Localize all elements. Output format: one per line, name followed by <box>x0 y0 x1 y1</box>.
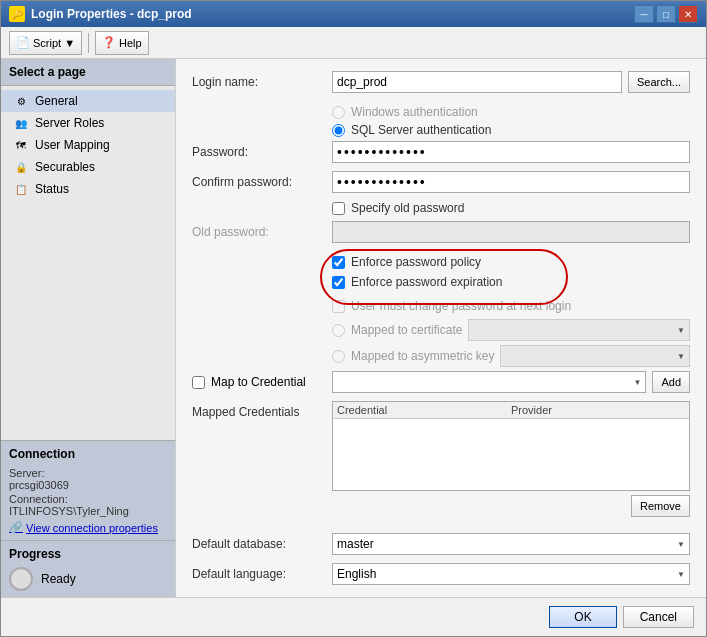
sidebar-item-label-securables: Securables <box>35 160 95 174</box>
sidebar-item-label-status: Status <box>35 182 69 196</box>
map-to-credential-checkbox[interactable] <box>192 376 205 389</box>
general-icon: ⚙ <box>13 93 29 109</box>
user-mapping-icon: 🗺 <box>13 137 29 153</box>
search-button[interactable]: Search... <box>628 71 690 93</box>
window-title: Login Properties - dcp_prod <box>31 7 192 21</box>
view-connection-link[interactable]: 🔗 View connection properties <box>9 521 167 534</box>
minimize-button[interactable]: ─ <box>634 5 654 23</box>
enforce-policy-label: Enforce password policy <box>351 255 481 269</box>
login-name-label: Login name: <box>192 75 332 89</box>
password-row: Password: <box>192 141 690 163</box>
status-icon: 📋 <box>13 181 29 197</box>
connection-label: Connection: <box>9 493 68 505</box>
mapped-cert-radio[interactable] <box>332 324 345 337</box>
old-password-input[interactable] <box>332 221 690 243</box>
specify-old-password-checkbox[interactable] <box>332 202 345 215</box>
toolbar: 📄 Script ▼ ❓ Help <box>1 27 706 59</box>
progress-header: Progress <box>9 547 167 561</box>
sql-auth-row: SQL Server authentication <box>192 123 690 137</box>
default-db-dropdown[interactable]: master ▼ <box>332 533 690 555</box>
user-must-change-label: User must change password at next login <box>351 299 571 313</box>
sidebar-item-user-mapping[interactable]: 🗺 User Mapping <box>1 134 175 156</box>
sidebar-item-securables[interactable]: 🔒 Securables <box>1 156 175 178</box>
help-icon: ❓ <box>102 36 116 49</box>
windows-auth-row: Windows authentication <box>192 105 690 119</box>
confirm-password-input[interactable] <box>332 171 690 193</box>
default-lang-dropdown[interactable]: English ▼ <box>332 563 690 585</box>
server-value: prcsgi03069 <box>9 479 69 491</box>
sidebar: Select a page ⚙ General 👥 Server Roles 🗺… <box>1 59 176 597</box>
credentials-header-row: Credential Provider <box>333 402 689 419</box>
remove-button[interactable]: Remove <box>631 495 690 517</box>
default-lang-label: Default language: <box>192 567 332 581</box>
toolbar-separator <box>88 33 89 53</box>
sidebar-items: ⚙ General 👥 Server Roles 🗺 User Mapping … <box>1 86 175 440</box>
title-bar-left: 🔑 Login Properties - dcp_prod <box>9 6 192 22</box>
close-button[interactable]: ✕ <box>678 5 698 23</box>
main-content: Select a page ⚙ General 👥 Server Roles 🗺… <box>1 59 706 597</box>
user-must-change-row: User must change password at next login <box>192 299 690 313</box>
provider-col-header: Provider <box>511 404 685 416</box>
progress-status: Ready <box>41 572 76 586</box>
credential-col-header: Credential <box>337 404 511 416</box>
sql-auth-radio[interactable] <box>332 124 345 137</box>
enforce-expiration-row: Enforce password expiration <box>192 275 690 289</box>
mapped-asym-label: Mapped to asymmetric key <box>351 349 494 363</box>
credential-dropdown-arrow: ▼ <box>634 378 642 387</box>
enforce-group: Enforce password policy Enforce password… <box>192 251 690 299</box>
mapped-cert-row: Mapped to certificate ▼ <box>192 319 690 341</box>
server-roles-icon: 👥 <box>13 115 29 131</box>
progress-content: Ready <box>9 567 167 591</box>
user-must-change-checkbox[interactable] <box>332 300 345 313</box>
specify-old-password-row: Specify old password <box>192 201 690 215</box>
server-label: Server: <box>9 467 44 479</box>
default-db-label: Default database: <box>192 537 332 551</box>
sidebar-item-label-general: General <box>35 94 78 108</box>
help-button[interactable]: ❓ Help <box>95 31 149 55</box>
old-password-label: Old password: <box>192 225 332 239</box>
bottom-bar: OK Cancel <box>1 597 706 636</box>
maximize-button[interactable]: □ <box>656 5 676 23</box>
sidebar-item-general[interactable]: ⚙ General <box>1 90 175 112</box>
progress-section: Progress Ready <box>1 540 175 597</box>
login-name-row: Login name: Search... <box>192 71 690 93</box>
script-button[interactable]: 📄 Script ▼ <box>9 31 82 55</box>
password-input[interactable] <box>332 141 690 163</box>
help-label: Help <box>119 37 142 49</box>
ok-button[interactable]: OK <box>549 606 616 628</box>
cancel-button[interactable]: Cancel <box>623 606 694 628</box>
default-lang-value: English <box>337 567 376 581</box>
password-label: Password: <box>192 145 332 159</box>
title-controls: ─ □ ✕ <box>634 5 698 23</box>
default-lang-arrow: ▼ <box>677 570 685 579</box>
script-label: Script <box>33 37 61 49</box>
script-dropdown-icon: ▼ <box>64 37 75 49</box>
mapped-asym-row: Mapped to asymmetric key ▼ <box>192 345 690 367</box>
sql-auth-label: SQL Server authentication <box>351 123 491 137</box>
map-to-credential-dropdown[interactable]: ▼ <box>332 371 646 393</box>
confirm-password-row: Confirm password: <box>192 171 690 193</box>
add-button[interactable]: Add <box>652 371 690 393</box>
credentials-table: Credential Provider <box>332 401 690 491</box>
link-icon: 🔗 <box>9 521 23 534</box>
mapped-credentials-row: Mapped Credentials Credential Provider R… <box>192 401 690 525</box>
windows-auth-radio[interactable] <box>332 106 345 119</box>
connection-section: Connection Server: prcsgi03069 Connectio… <box>1 440 175 540</box>
enforce-policy-row: Enforce password policy <box>192 255 690 269</box>
confirm-password-label: Confirm password: <box>192 175 332 189</box>
sidebar-item-status[interactable]: 📋 Status <box>1 178 175 200</box>
windows-auth-label: Windows authentication <box>351 105 478 119</box>
login-name-input[interactable] <box>332 71 622 93</box>
mapped-asym-radio[interactable] <box>332 350 345 363</box>
securables-icon: 🔒 <box>13 159 29 175</box>
sidebar-item-server-roles[interactable]: 👥 Server Roles <box>1 112 175 134</box>
old-password-row: Old password: <box>192 221 690 243</box>
sidebar-item-label-server-roles: Server Roles <box>35 116 104 130</box>
progress-spinner <box>9 567 33 591</box>
default-db-row: Default database: master ▼ <box>192 533 690 555</box>
connection-header: Connection <box>9 447 167 461</box>
enforce-expiration-checkbox[interactable] <box>332 276 345 289</box>
default-lang-row: Default language: English ▼ <box>192 563 690 585</box>
mapped-cert-label: Mapped to certificate <box>351 323 462 337</box>
enforce-policy-checkbox[interactable] <box>332 256 345 269</box>
